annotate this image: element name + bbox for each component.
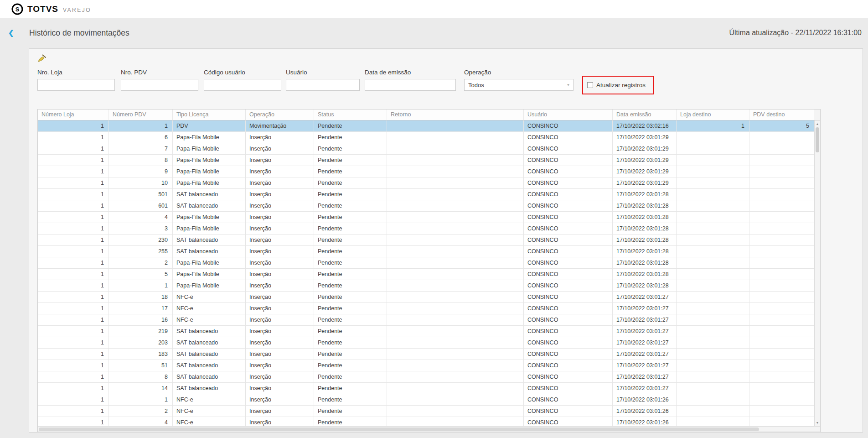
table-row[interactable]: 118NFC-eInserçãoPendenteCONSINCO17/10/20… <box>38 292 814 303</box>
table-cell: Pendente <box>314 292 387 302</box>
column-header[interactable]: Número PDV <box>109 110 173 120</box>
table-cell: Pendente <box>314 394 387 405</box>
operacao-select[interactable]: Todos ▾ <box>464 79 574 91</box>
vertical-scrollbar-thumb[interactable] <box>816 127 819 152</box>
table-cell: 1 <box>38 235 109 245</box>
table-row[interactable]: 117NFC-eInserçãoPendenteCONSINCO17/10/20… <box>38 303 814 314</box>
table-row[interactable]: 1219SAT balanceadoInserçãoPendenteCONSIN… <box>38 326 814 337</box>
data-emissao-input[interactable] <box>365 79 456 91</box>
column-header[interactable]: Retorno <box>387 110 524 120</box>
table-cell <box>387 326 524 337</box>
table-cell: Inserção <box>246 303 314 314</box>
table-cell: 1 <box>38 383 109 394</box>
table-cell: 17/10/2022 03:01:29 <box>613 166 677 177</box>
table-cell: 17/10/2022 03:01:27 <box>613 314 677 325</box>
column-header[interactable]: Operação <box>246 110 314 120</box>
table-body-area: 11PDVMovimentaçãoPendenteCONSINCO17/10/2… <box>38 120 820 426</box>
table-cell: 17/10/2022 03:01:27 <box>613 303 677 314</box>
table-cell: 5 <box>109 269 173 280</box>
table-row[interactable]: 15Papa-Fila MobileInserçãoPendenteCONSIN… <box>38 269 814 280</box>
table-row[interactable]: 13Papa-Fila MobileInserçãoPendenteCONSIN… <box>38 223 814 235</box>
table-row[interactable]: 19Papa-Fila MobileInserçãoPendenteCONSIN… <box>38 166 814 177</box>
table-cell <box>749 189 814 200</box>
table-cell: Inserção <box>246 417 314 426</box>
column-header[interactable]: PDV destino <box>749 110 814 120</box>
column-header[interactable]: Status <box>314 110 387 120</box>
table-cell <box>749 235 814 245</box>
table-row[interactable]: 110Papa-Fila MobileInserçãoPendenteCONSI… <box>38 177 814 189</box>
clear-filters-icon[interactable] <box>37 54 46 63</box>
table-cell: Inserção <box>246 383 314 394</box>
column-header[interactable]: Tipo Licença <box>173 110 246 120</box>
table-cell: 1 <box>38 269 109 280</box>
table-row[interactable]: 1601SAT balanceadoInserçãoPendenteCONSIN… <box>38 200 814 212</box>
table-row[interactable]: 17Papa-Fila MobileInserçãoPendenteCONSIN… <box>38 143 814 155</box>
table-cell <box>677 349 749 360</box>
table-cell: Pendente <box>314 223 387 234</box>
table-cell: CONSINCO <box>524 314 613 325</box>
table-row[interactable]: 1183SAT balanceadoInserçãoPendenteCONSIN… <box>38 349 814 360</box>
column-header[interactable]: Número Loja <box>38 110 109 120</box>
table-cell <box>387 189 524 200</box>
table-row[interactable]: 18Papa-Fila MobileInserçãoPendenteCONSIN… <box>38 155 814 166</box>
table-row[interactable]: 11NFC-eInserçãoPendenteCONSINCO17/10/202… <box>38 394 814 406</box>
table-row[interactable]: 114SAT balanceadoInserçãoPendenteCONSINC… <box>38 383 814 394</box>
table-row[interactable]: 11PDVMovimentaçãoPendenteCONSINCO17/10/2… <box>38 120 814 132</box>
table-row[interactable]: 16Papa-Fila MobileInserçãoPendenteCONSIN… <box>38 132 814 143</box>
atualizar-registros-checkbox[interactable] <box>587 82 593 88</box>
horizontal-scrollbar-thumb[interactable] <box>39 428 759 431</box>
table-row[interactable]: 14Papa-Fila MobileInserçãoPendenteCONSIN… <box>38 212 814 223</box>
table-cell: 17/10/2022 03:01:28 <box>613 269 677 280</box>
table-row[interactable]: 12Papa-Fila MobileInserçãoPendenteCONSIN… <box>38 257 814 269</box>
vertical-scrollbar[interactable]: ▲ ▼ <box>814 120 820 426</box>
highlight-box: Atualizar registros <box>582 76 654 94</box>
table-cell: 1 <box>38 246 109 257</box>
table-cell: 230 <box>109 235 173 245</box>
table-cell: 4 <box>109 212 173 223</box>
table-cell: Inserção <box>246 200 314 211</box>
table-cell: CONSINCO <box>524 303 613 314</box>
column-header[interactable]: Data emissão <box>613 110 677 120</box>
table-cell <box>387 223 524 234</box>
table-cell: 17/10/2022 03:01:28 <box>613 235 677 245</box>
table-cell: Inserção <box>246 337 314 348</box>
table-cell: 1 <box>38 292 109 302</box>
table-cell: 601 <box>109 200 173 211</box>
usuario-input[interactable] <box>286 79 360 91</box>
column-header[interactable]: Usuário <box>524 110 613 120</box>
scroll-down-icon[interactable]: ▼ <box>815 420 820 426</box>
nro-loja-input[interactable] <box>37 79 115 91</box>
table-cell: 17/10/2022 03:01:29 <box>613 132 677 143</box>
column-header[interactable]: Loja destino <box>677 110 749 120</box>
table-cell: CONSINCO <box>524 417 613 426</box>
nro-pdv-input[interactable] <box>121 79 198 91</box>
table-row[interactable]: 1203SAT balanceadoInserçãoPendenteCONSIN… <box>38 337 814 349</box>
toolbar <box>37 52 854 64</box>
table-row[interactable]: 12NFC-eInserçãoPendenteCONSINCO17/10/202… <box>38 406 814 417</box>
table-row[interactable]: 1230SAT balanceadoInserçãoPendenteCONSIN… <box>38 235 814 246</box>
table-cell <box>677 200 749 211</box>
scroll-up-icon[interactable]: ▲ <box>815 121 820 127</box>
table-row[interactable]: 151SAT balanceadoInserçãoPendenteCONSINC… <box>38 360 814 371</box>
table-cell <box>677 189 749 200</box>
table-row[interactable]: 1501SAT balanceadoInserçãoPendenteCONSIN… <box>38 189 814 200</box>
table-row[interactable]: 11Papa-Fila MobileInserçãoPendenteCONSIN… <box>38 280 814 292</box>
table-cell: 17/10/2022 03:01:27 <box>613 349 677 360</box>
back-icon[interactable]: ❮ <box>8 29 20 37</box>
table-cell: CONSINCO <box>524 200 613 211</box>
table-cell <box>677 257 749 268</box>
svg-text:S: S <box>16 6 20 13</box>
table-cell: 1 <box>38 406 109 417</box>
table-cell: Inserção <box>246 394 314 405</box>
table-cell: 17/10/2022 03:01:29 <box>613 177 677 188</box>
table-cell <box>387 383 524 394</box>
table-row[interactable]: 14NFC-eInserçãoPendenteCONSINCO17/10/202… <box>38 417 814 426</box>
codigo-usuario-input[interactable] <box>204 79 281 91</box>
horizontal-scrollbar[interactable] <box>38 426 820 432</box>
table-row[interactable]: 18SAT balanceadoInserçãoPendenteCONSINCO… <box>38 371 814 383</box>
table-cell: 2 <box>109 406 173 417</box>
table-cell: Papa-Fila Mobile <box>173 143 246 154</box>
table-cell: CONSINCO <box>524 280 613 291</box>
table-row[interactable]: 116NFC-eInserçãoPendenteCONSINCO17/10/20… <box>38 314 814 326</box>
table-row[interactable]: 1255SAT balanceadoInserçãoPendenteCONSIN… <box>38 246 814 257</box>
